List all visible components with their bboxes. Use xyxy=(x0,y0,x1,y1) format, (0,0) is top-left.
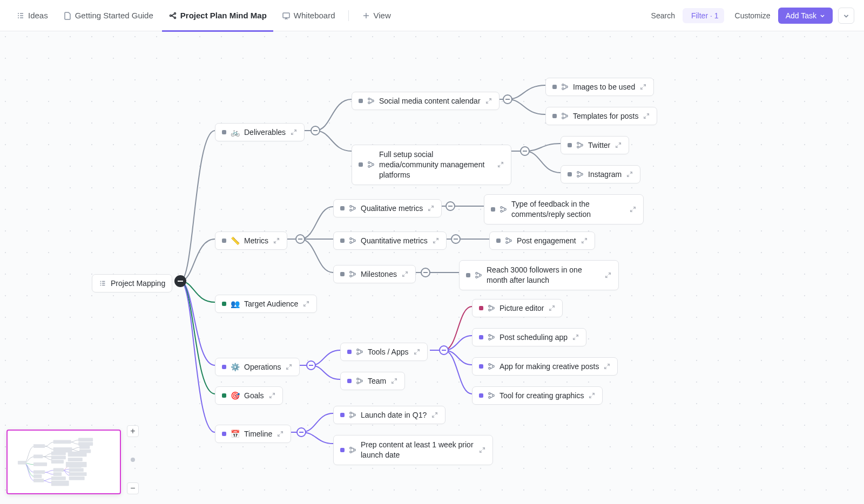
collapse-toggle[interactable] xyxy=(310,126,320,135)
subtask-icon xyxy=(349,411,356,419)
node-timeline[interactable]: 📅Timeline xyxy=(215,425,291,443)
expand-icon[interactable] xyxy=(485,97,492,105)
search-button[interactable]: Search xyxy=(643,8,680,23)
zoom-out-button[interactable]: − xyxy=(127,482,139,494)
node-twitter[interactable]: Twitter xyxy=(561,136,629,154)
collapse-toggle[interactable] xyxy=(421,268,430,277)
collapse-toggle[interactable] xyxy=(174,275,186,287)
node-goals[interactable]: 🎯Goals xyxy=(215,386,283,405)
svg-point-56 xyxy=(492,365,495,367)
expand-icon[interactable] xyxy=(268,392,276,399)
add-view-button[interactable]: View xyxy=(355,6,397,24)
expand-icon[interactable] xyxy=(276,430,284,438)
node-tools[interactable]: Tools / Apps xyxy=(340,343,428,361)
node-root[interactable]: Project Mapping xyxy=(92,274,172,292)
svg-rect-79 xyxy=(68,458,83,461)
node-launch[interactable]: Launch date in Q1? xyxy=(333,406,446,424)
tab-getting-started[interactable]: Getting Started Guide xyxy=(57,6,160,24)
subtask-icon xyxy=(349,270,356,278)
svg-point-28 xyxy=(501,210,503,213)
more-button[interactable] xyxy=(838,8,854,24)
tab-mindmap[interactable]: Project Plan Mind Map xyxy=(162,6,273,24)
node-engage[interactable]: Post engagement xyxy=(489,231,595,250)
expand-icon[interactable] xyxy=(431,411,438,419)
customize-button[interactable]: Customize xyxy=(726,8,776,23)
node-metrics[interactable]: 📏Metrics xyxy=(215,231,287,250)
node-audience[interactable]: 👥Target Audience xyxy=(215,295,317,313)
zoom-in-button[interactable]: + xyxy=(127,425,139,437)
expand-icon[interactable] xyxy=(302,300,310,308)
svg-rect-76 xyxy=(51,455,66,459)
node-prep[interactable]: Prep content at least 1 week prior launc… xyxy=(333,435,493,465)
expand-icon[interactable] xyxy=(273,237,280,244)
collapse-toggle[interactable] xyxy=(451,234,461,244)
tab-ideas[interactable]: Ideas xyxy=(10,6,55,24)
expand-icon[interactable] xyxy=(548,304,556,312)
search-label: Search xyxy=(651,11,675,20)
node-feedback[interactable]: Type of feedback in the comments/reply s… xyxy=(484,194,644,224)
node-label: Reach 3000 followers in one month after … xyxy=(487,265,600,285)
mindmap-canvas[interactable]: Project Mapping🚲DeliverablesSocial media… xyxy=(0,31,864,504)
filter-button[interactable]: Filter · 1 xyxy=(683,8,724,23)
node-miles[interactable]: Milestones xyxy=(333,265,416,283)
node-team[interactable]: Team xyxy=(340,372,405,390)
node-quant[interactable]: Quantitative metrics xyxy=(333,231,447,250)
node-label: Tools / Apps xyxy=(368,348,409,356)
node-ops[interactable]: ⚙️Operations xyxy=(215,358,300,376)
tab-whiteboard[interactable]: Whiteboard xyxy=(275,6,342,24)
svg-rect-84 xyxy=(53,472,62,476)
collapse-toggle[interactable] xyxy=(295,234,305,244)
tab-label: Ideas xyxy=(28,11,48,20)
divider xyxy=(348,10,349,21)
expand-icon[interactable] xyxy=(615,141,622,149)
subtask-icon xyxy=(488,392,495,399)
node-fullsetup[interactable]: Full setup social media/community manage… xyxy=(352,145,511,185)
subtask-icon xyxy=(488,304,495,312)
expand-icon[interactable] xyxy=(497,161,504,168)
node-images[interactable]: Images to be used xyxy=(545,78,654,96)
collapse-toggle[interactable] xyxy=(446,201,455,211)
node-graphics[interactable]: Tool for creating graphics xyxy=(472,386,603,405)
collapse-toggle[interactable] xyxy=(520,146,530,156)
expand-icon[interactable] xyxy=(432,237,440,244)
node-deliv[interactable]: 🚲Deliverables xyxy=(215,123,305,141)
expand-icon[interactable] xyxy=(390,377,398,385)
svg-point-53 xyxy=(492,336,495,338)
expand-icon[interactable] xyxy=(639,83,647,91)
expand-icon[interactable] xyxy=(413,348,421,356)
node-instagram[interactable]: Instagram xyxy=(561,165,640,183)
expand-icon[interactable] xyxy=(643,112,650,120)
node-templates[interactable]: Templates for posts xyxy=(545,107,657,125)
zoom-indicator[interactable] xyxy=(131,458,135,462)
expand-icon[interactable] xyxy=(603,363,611,370)
expand-icon[interactable] xyxy=(401,270,409,278)
collapse-toggle[interactable] xyxy=(306,360,316,370)
expand-icon[interactable] xyxy=(588,392,596,399)
expand-icon[interactable] xyxy=(285,363,293,371)
node-qual[interactable]: Qualitative metrics xyxy=(333,199,442,217)
node-label: Picture editor xyxy=(500,304,544,312)
expand-icon[interactable] xyxy=(427,205,435,212)
node-emoji: ⚙️ xyxy=(231,363,240,371)
list-icon xyxy=(16,11,25,20)
expand-icon[interactable] xyxy=(626,171,633,178)
svg-rect-77 xyxy=(51,460,64,464)
expand-icon[interactable] xyxy=(580,237,588,244)
minimap[interactable] xyxy=(6,430,121,494)
expand-icon[interactable] xyxy=(290,128,298,136)
expand-icon[interactable] xyxy=(478,446,486,454)
node-emoji: 🎯 xyxy=(231,391,240,400)
add-task-button[interactable]: Add Task xyxy=(778,8,833,24)
node-reach[interactable]: Reach 3000 followers in one month after … xyxy=(459,260,619,290)
node-creative[interactable]: App for making creative posts xyxy=(472,357,618,376)
collapse-toggle[interactable] xyxy=(503,94,512,104)
collapse-toggle[interactable] xyxy=(439,345,449,355)
expand-icon[interactable] xyxy=(572,333,579,341)
node-piced[interactable]: Picture editor xyxy=(472,299,563,317)
expand-icon[interactable] xyxy=(604,271,612,279)
expand-icon[interactable] xyxy=(629,206,637,213)
collapse-toggle[interactable] xyxy=(296,427,306,437)
node-smcc[interactable]: Social media content calendar xyxy=(352,92,500,110)
node-sched[interactable]: Post scheduling app xyxy=(472,328,586,346)
svg-point-31 xyxy=(350,242,352,244)
